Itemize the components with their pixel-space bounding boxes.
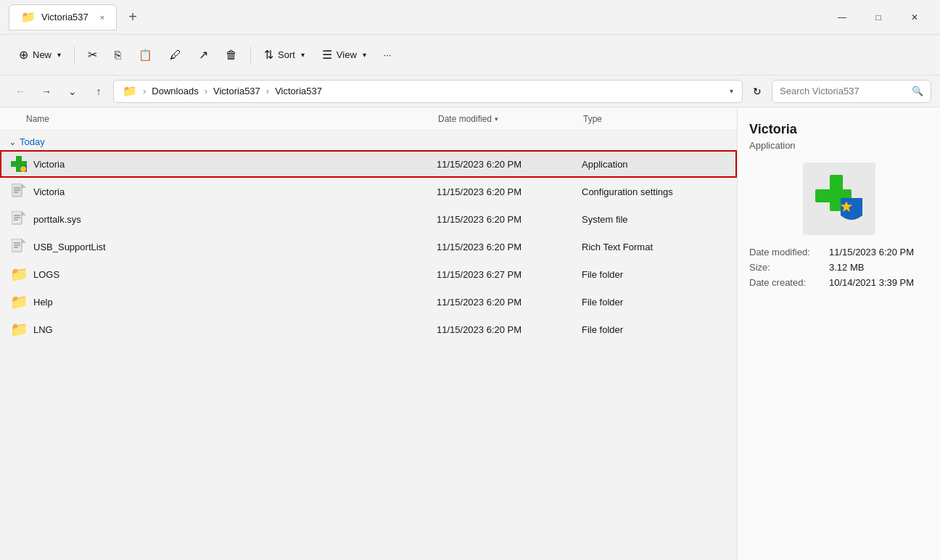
address-chevron-icon: ▾ [730,87,733,95]
share-button[interactable]: ↗ [191,42,215,68]
address-bar[interactable]: 📁 › Downloads › Victoria537 › Victoria53… [113,80,743,103]
file-name-victoria-app: Victoria [33,159,437,170]
meta-row-date-modified: Date modified: 11/15/2023 6:20 PM [749,247,928,258]
sort-chevron-icon: ▾ [301,51,305,59]
details-subtitle: Application [749,140,796,151]
view-button[interactable]: ☰ View ▾ [315,42,374,68]
group-chevron-icon: ⌄ [9,136,17,147]
group-label: Today [20,136,45,147]
main-content: Name Date modified ▾ Type ⌄ Today [0,107,940,560]
tab-victoria537[interactable]: 📁 Victoria537 × [9,4,117,30]
meta-value-size: 3.12 MB [829,262,864,273]
navbar: ← → ⌄ ↑ 📁 › Downloads › Victoria537 › Vi… [0,75,940,107]
svg-marker-15 [22,211,26,215]
meta-label-date-modified: Date modified: [749,247,829,258]
victoria-app-icon [814,173,865,224]
col-name-header[interactable]: Name [9,114,438,124]
file-area: Name Date modified ▾ Type ⌄ Today [0,107,737,560]
file-row[interactable]: USB_SupportList 11/15/2023 6:20 PM Rich … [0,233,737,260]
view-label: View [337,49,357,60]
cut-button[interactable]: ✂ [81,42,104,68]
file-type-porttalk: System file [582,214,727,225]
file-name-porttalk: porttalk.sys [33,214,437,225]
back-button[interactable]: ← [9,80,32,103]
meta-label-size: Size: [749,262,829,273]
share-icon: ↗ [199,48,208,62]
rename-button[interactable]: 🖊 [162,42,189,68]
search-icon: 🔍 [912,86,923,96]
svg-point-6 [20,166,26,172]
col-modified-header[interactable]: Date modified ▾ [438,114,583,124]
address-segment-downloads: Downloads [152,86,198,96]
new-label: New [33,49,51,60]
meta-value-date-modified: 11/15/2023 6:20 PM [829,247,914,258]
meta-row-date-created: Date created: 10/14/2021 3:39 PM [749,277,928,288]
file-row[interactable]: 📁 LOGS 11/15/2023 6:27 PM File folder [0,260,737,288]
separator-1 [74,46,75,64]
file-row[interactable]: porttalk.sys 11/15/2023 6:20 PM System f… [0,205,737,233]
file-type-lng: File folder [582,324,727,335]
tab-title: Victoria537 [41,12,88,22]
address-folder-icon: 📁 [123,84,137,98]
tab-area: 📁 Victoria537 × + [9,4,825,30]
details-panel: Victoria Application Date modified: 11/ [737,107,940,560]
up-button[interactable]: ↑ [87,80,110,103]
file-name-lng: LNG [33,324,437,335]
paste-button[interactable]: 📋 [131,42,160,68]
address-segment-victoria537-1: Victoria537 [213,86,260,96]
address-segment-victoria537-2: Victoria537 [275,86,322,96]
file-name-logs: LOGS [33,269,437,280]
file-icon-victoria-app [10,155,28,173]
file-row[interactable]: Victoria 11/15/2023 6:20 PM Application [0,150,737,178]
file-type-victoria-config: Configuration settings [582,186,727,197]
file-row[interactable]: Victoria 11/15/2023 6:20 PM Configuratio… [0,178,737,205]
svg-marker-9 [22,184,26,188]
search-input[interactable] [780,86,907,96]
meta-value-date-created: 10/14/2021 3:39 PM [829,277,914,288]
minimize-button[interactable]: — [825,6,859,29]
file-type-victoria-app: Application [582,159,727,170]
file-row[interactable]: 📁 LNG 11/15/2023 6:20 PM File folder [0,316,737,343]
view-chevron-icon: ▾ [363,51,366,59]
paste-icon: 📋 [139,49,152,62]
new-tab-button[interactable]: + [123,6,143,28]
file-modified-usb-support: 11/15/2023 6:20 PM [437,242,582,252]
file-modified-logs: 11/15/2023 6:27 PM [437,269,582,280]
file-icon-porttalk [10,210,28,228]
file-type-help: File folder [582,297,727,308]
titlebar-controls: — □ ✕ [825,6,931,29]
sort-button[interactable]: ⇅ Sort ▾ [257,42,312,68]
file-icon-help: 📁 [10,293,28,310]
forward-button[interactable]: → [35,80,58,103]
more-button[interactable]: ··· [376,42,399,68]
dropdown-button[interactable]: ⌄ [61,80,84,103]
file-icon-lng: 📁 [10,321,28,338]
file-icon-logs: 📁 [10,265,28,283]
group-header-today[interactable]: ⌄ Today [0,131,737,150]
refresh-button[interactable]: ↻ [746,80,769,103]
file-name-help: Help [33,297,437,308]
sort-icon: ⇅ [264,48,273,62]
delete-button[interactable]: 🗑 [218,42,244,68]
file-row[interactable]: 📁 Help 11/15/2023 6:20 PM File folder [0,288,737,316]
close-button[interactable]: ✕ [898,6,931,29]
col-type-header[interactable]: Type [583,114,728,124]
separator-2 [250,46,251,64]
file-modified-lng: 11/15/2023 6:20 PM [437,324,582,335]
delete-icon: 🗑 [226,49,237,62]
file-modified-help: 11/15/2023 6:20 PM [437,297,582,308]
tab-close-button[interactable]: × [100,13,104,22]
new-icon: ⊕ [19,48,28,62]
meta-row-size: Size: 3.12 MB [749,262,928,273]
new-button[interactable]: ⊕ New ▾ [12,42,68,68]
cut-icon: ✂ [88,48,97,62]
details-meta: Date modified: 11/15/2023 6:20 PM Size: … [749,247,928,292]
meta-label-date-created: Date created: [749,277,829,288]
file-name-usb-support: USB_SupportList [33,242,437,252]
details-icon-box [803,162,875,235]
copy-button[interactable]: ⎘ [107,42,128,68]
file-modified-porttalk: 11/15/2023 6:20 PM [437,214,582,225]
more-label: ··· [384,49,392,60]
file-type-usb-support: Rich Text Format [582,242,727,252]
maximize-button[interactable]: □ [862,6,895,29]
